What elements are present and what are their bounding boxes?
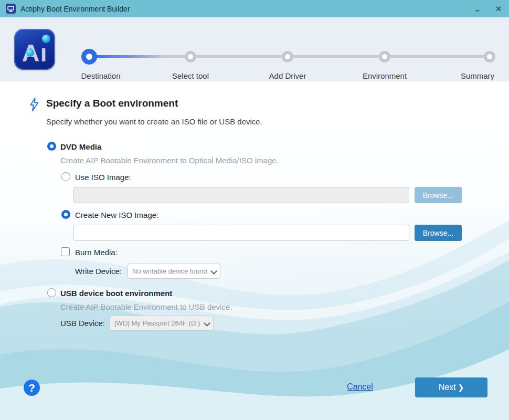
usb-device-label: USB Device: xyxy=(60,319,105,328)
use-iso-browse-button: Browse... xyxy=(415,187,462,203)
app-icon xyxy=(6,4,16,14)
monitor-icon xyxy=(7,6,14,12)
create-iso-path-input[interactable] xyxy=(73,225,409,241)
logo-dot-i xyxy=(42,35,50,43)
chevron-down-icon xyxy=(204,321,209,326)
app-logo: Aı xyxy=(14,29,55,70)
window-title: Actiphy Boot Environment Builder xyxy=(20,5,130,13)
step-label-environment: Environment xyxy=(351,71,419,80)
burn-media-label[interactable]: Burn Media: xyxy=(75,248,118,257)
next-button[interactable]: Next❯ xyxy=(415,377,487,397)
logo-dot-a xyxy=(26,49,34,57)
stepper-progress xyxy=(89,55,165,58)
usb-boot-radio[interactable] xyxy=(47,288,56,297)
wizard-header: Aı Destination Select tool Add Driver En… xyxy=(0,17,509,81)
burn-media-checkbox[interactable] xyxy=(61,247,70,256)
chevron-right-icon: ❯ xyxy=(458,383,464,392)
page-subtitle: Specify whether you want to create an IS… xyxy=(46,117,262,126)
usb-boot-description: Create AIP Bootable Environment to USB d… xyxy=(60,302,232,311)
create-iso-radio[interactable] xyxy=(61,210,70,219)
use-iso-path-input xyxy=(73,187,409,203)
usb-device-select[interactable]: [WD] My Passport 264F (D:) xyxy=(110,316,214,331)
usb-device-value: [WD] My Passport 264F (D:) xyxy=(114,319,200,327)
step-dot-summary xyxy=(484,51,495,62)
help-button[interactable]: ? xyxy=(24,380,40,396)
dvd-media-description: Create AIP Bootable Environment to Optic… xyxy=(60,156,279,165)
lightning-icon xyxy=(28,97,40,112)
create-iso-browse-button[interactable]: Browse... xyxy=(415,225,462,241)
write-device-value: No writable device found xyxy=(132,267,207,275)
step-dot-destination xyxy=(81,49,97,65)
next-button-label: Next xyxy=(439,383,456,392)
step-dot-select-tool xyxy=(185,51,196,62)
write-device-select[interactable]: No writable device found xyxy=(128,264,220,279)
chevron-down-icon xyxy=(211,269,216,274)
logo-text: Aı xyxy=(22,40,48,70)
minimize-button[interactable]: – xyxy=(467,0,488,17)
write-device-label: Write Device: xyxy=(75,267,122,276)
dvd-media-label[interactable]: DVD Media xyxy=(60,142,101,151)
step-label-destination: Destination xyxy=(67,71,135,80)
use-iso-label[interactable]: Use ISO Image: xyxy=(75,173,131,182)
step-label-select-tool: Select tool xyxy=(156,71,225,80)
step-dot-environment xyxy=(379,51,390,62)
page-title: Specify a Boot environment xyxy=(46,98,178,109)
create-iso-label[interactable]: Create New ISO Image: xyxy=(75,211,158,219)
dvd-media-radio[interactable] xyxy=(47,142,56,151)
titlebar: Actiphy Boot Environment Builder – ✕ xyxy=(0,0,509,17)
step-dot-add-driver xyxy=(282,51,293,62)
close-button[interactable]: ✕ xyxy=(488,0,509,17)
step-label-summary: Summary xyxy=(443,71,509,80)
step-label-add-driver: Add Driver xyxy=(253,71,322,80)
cancel-link[interactable]: Cancel xyxy=(347,382,373,392)
app-window: Actiphy Boot Environment Builder – ✕ Aı … xyxy=(0,0,509,420)
usb-boot-label[interactable]: USB device boot environment xyxy=(60,289,172,298)
use-iso-radio[interactable] xyxy=(61,172,70,181)
